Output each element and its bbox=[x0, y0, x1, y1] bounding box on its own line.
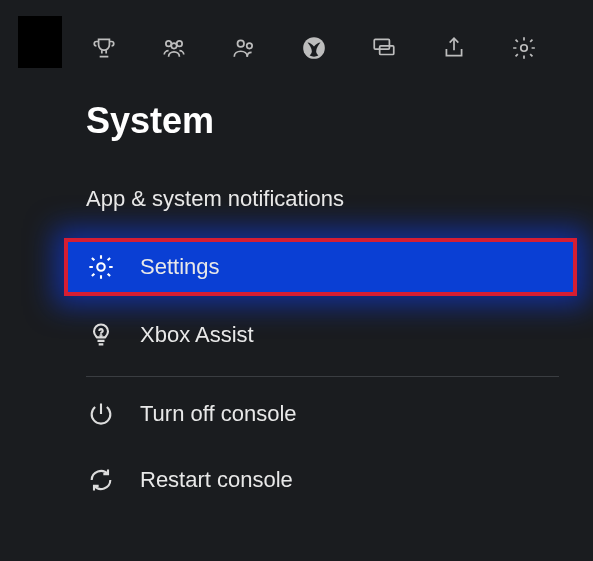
svg-point-9 bbox=[97, 263, 104, 270]
menu-item-label: Settings bbox=[140, 254, 220, 280]
menu-item-label: Restart console bbox=[140, 467, 293, 493]
menu-item-notifications[interactable]: App & system notifications bbox=[72, 170, 573, 228]
svg-point-8 bbox=[521, 45, 528, 52]
restart-icon bbox=[86, 465, 116, 495]
xbox-icon[interactable] bbox=[300, 34, 328, 62]
menu-item-xbox-assist[interactable]: Xbox Assist bbox=[72, 306, 573, 364]
profile-block bbox=[18, 16, 62, 68]
people-multi-icon[interactable] bbox=[160, 34, 188, 62]
chat-icon[interactable] bbox=[370, 34, 398, 62]
menu-divider bbox=[86, 376, 559, 377]
achievements-icon[interactable] bbox=[90, 34, 118, 62]
menu-item-restart[interactable]: Restart console bbox=[72, 451, 573, 509]
menu-item-label: Xbox Assist bbox=[140, 322, 254, 348]
svg-rect-7 bbox=[380, 46, 394, 55]
power-icon bbox=[86, 399, 116, 429]
settings-gear-icon[interactable] bbox=[510, 34, 538, 62]
menu-item-settings[interactable]: Settings bbox=[64, 238, 577, 296]
page-title: System bbox=[86, 100, 214, 142]
svg-point-10 bbox=[100, 335, 101, 336]
svg-point-3 bbox=[238, 40, 245, 47]
people-icon[interactable] bbox=[230, 34, 258, 62]
svg-point-2 bbox=[171, 43, 176, 48]
menu-item-label: Turn off console bbox=[140, 401, 297, 427]
share-icon[interactable] bbox=[440, 34, 468, 62]
svg-rect-6 bbox=[374, 39, 389, 49]
menu-item-label: App & system notifications bbox=[86, 186, 344, 212]
system-menu: App & system notifications Settings Xbox… bbox=[72, 170, 573, 509]
menu-item-turn-off[interactable]: Turn off console bbox=[72, 385, 573, 443]
svg-point-4 bbox=[247, 43, 252, 48]
gear-icon bbox=[86, 252, 116, 282]
lightbulb-help-icon bbox=[86, 320, 116, 350]
guide-toolbar bbox=[90, 34, 557, 62]
